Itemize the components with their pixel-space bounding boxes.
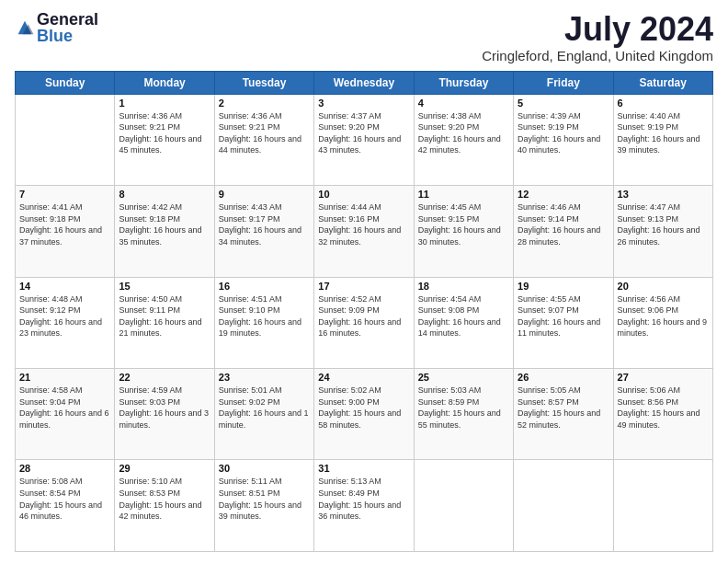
day-info: Sunrise: 4:39 AM Sunset: 9:19 PM Dayligh… <box>518 110 609 156</box>
table-row: 27Sunrise: 5:06 AM Sunset: 8:56 PM Dayli… <box>613 369 712 460</box>
table-row: 22Sunrise: 4:59 AM Sunset: 9:03 PM Dayli… <box>115 369 214 460</box>
day-info: Sunrise: 4:50 AM Sunset: 9:11 PM Dayligh… <box>119 293 210 339</box>
day-info: Sunrise: 4:56 AM Sunset: 9:06 PM Dayligh… <box>618 293 709 339</box>
col-wednesday: Wednesday <box>314 71 414 94</box>
col-thursday: Thursday <box>414 71 513 94</box>
day-info: Sunrise: 4:36 AM Sunset: 9:21 PM Dayligh… <box>219 110 310 156</box>
calendar-week-row: 7Sunrise: 4:41 AM Sunset: 9:18 PM Daylig… <box>16 186 713 277</box>
table-row: 3Sunrise: 4:37 AM Sunset: 9:20 PM Daylig… <box>314 94 414 185</box>
logo-text: General Blue <box>37 11 98 44</box>
day-number: 12 <box>518 189 609 200</box>
day-number: 24 <box>318 372 409 383</box>
table-row <box>514 460 613 552</box>
day-info: Sunrise: 4:42 AM Sunset: 9:18 PM Dayligh… <box>119 201 210 247</box>
table-row: 23Sunrise: 5:01 AM Sunset: 9:02 PM Dayli… <box>214 369 313 460</box>
day-number: 19 <box>518 281 609 292</box>
day-info: Sunrise: 5:02 AM Sunset: 9:00 PM Dayligh… <box>318 385 409 431</box>
logo-blue: Blue <box>37 28 98 44</box>
day-info: Sunrise: 5:08 AM Sunset: 8:54 PM Dayligh… <box>19 476 110 522</box>
table-row: 12Sunrise: 4:46 AM Sunset: 9:14 PM Dayli… <box>514 186 613 277</box>
day-number: 2 <box>219 98 310 109</box>
day-info: Sunrise: 4:36 AM Sunset: 9:21 PM Dayligh… <box>119 110 210 156</box>
table-row <box>613 460 712 552</box>
day-info: Sunrise: 5:03 AM Sunset: 8:59 PM Dayligh… <box>418 385 509 431</box>
table-row: 17Sunrise: 4:52 AM Sunset: 9:09 PM Dayli… <box>314 277 414 368</box>
day-number: 9 <box>219 189 310 200</box>
table-row: 31Sunrise: 5:13 AM Sunset: 8:49 PM Dayli… <box>314 460 414 552</box>
day-number: 3 <box>318 98 409 109</box>
day-number: 23 <box>219 372 310 383</box>
table-row: 16Sunrise: 4:51 AM Sunset: 9:10 PM Dayli… <box>214 277 313 368</box>
calendar-week-row: 14Sunrise: 4:48 AM Sunset: 9:12 PM Dayli… <box>16 277 713 368</box>
table-row: 5Sunrise: 4:39 AM Sunset: 9:19 PM Daylig… <box>514 94 613 185</box>
day-number: 4 <box>418 98 509 109</box>
day-number: 25 <box>418 372 509 383</box>
day-number: 17 <box>318 281 409 292</box>
table-row: 10Sunrise: 4:44 AM Sunset: 9:16 PM Dayli… <box>314 186 414 277</box>
header: General Blue July 2024 Cringleford, Engl… <box>15 11 713 63</box>
day-info: Sunrise: 5:01 AM Sunset: 9:02 PM Dayligh… <box>219 385 310 431</box>
table-row: 1Sunrise: 4:36 AM Sunset: 9:21 PM Daylig… <box>115 94 214 185</box>
table-row: 6Sunrise: 4:40 AM Sunset: 9:19 PM Daylig… <box>613 94 712 185</box>
day-number: 28 <box>19 463 110 474</box>
location: Cringleford, England, United Kingdom <box>482 48 713 63</box>
day-number: 15 <box>119 281 210 292</box>
calendar-week-row: 1Sunrise: 4:36 AM Sunset: 9:21 PM Daylig… <box>16 94 713 185</box>
day-info: Sunrise: 4:54 AM Sunset: 9:08 PM Dayligh… <box>418 293 509 339</box>
day-number: 14 <box>19 281 110 292</box>
month-title: July 2024 <box>482 11 713 48</box>
day-number: 20 <box>618 281 709 292</box>
day-number: 11 <box>418 189 509 200</box>
day-info: Sunrise: 5:13 AM Sunset: 8:49 PM Dayligh… <box>318 476 409 522</box>
page: General Blue July 2024 Cringleford, Engl… <box>0 0 728 563</box>
table-row: 29Sunrise: 5:10 AM Sunset: 8:53 PM Dayli… <box>115 460 214 552</box>
day-number: 1 <box>119 98 210 109</box>
table-row: 24Sunrise: 5:02 AM Sunset: 9:00 PM Dayli… <box>314 369 414 460</box>
day-number: 21 <box>19 372 110 383</box>
logo: General Blue <box>15 11 98 44</box>
calendar-header-row: Sunday Monday Tuesday Wednesday Thursday… <box>16 71 713 94</box>
calendar-table: Sunday Monday Tuesday Wednesday Thursday… <box>15 71 713 552</box>
day-number: 13 <box>618 189 709 200</box>
day-info: Sunrise: 4:46 AM Sunset: 9:14 PM Dayligh… <box>518 201 609 247</box>
day-info: Sunrise: 5:11 AM Sunset: 8:51 PM Dayligh… <box>219 476 310 522</box>
table-row: 26Sunrise: 5:05 AM Sunset: 8:57 PM Dayli… <box>514 369 613 460</box>
table-row: 14Sunrise: 4:48 AM Sunset: 9:12 PM Dayli… <box>16 277 115 368</box>
day-info: Sunrise: 4:59 AM Sunset: 9:03 PM Dayligh… <box>119 385 210 431</box>
col-friday: Friday <box>514 71 613 94</box>
day-info: Sunrise: 4:38 AM Sunset: 9:20 PM Dayligh… <box>418 110 509 156</box>
day-number: 5 <box>518 98 609 109</box>
day-info: Sunrise: 4:55 AM Sunset: 9:07 PM Dayligh… <box>518 293 609 339</box>
table-row: 20Sunrise: 4:56 AM Sunset: 9:06 PM Dayli… <box>613 277 712 368</box>
col-tuesday: Tuesday <box>214 71 313 94</box>
day-number: 10 <box>318 189 409 200</box>
day-info: Sunrise: 4:37 AM Sunset: 9:20 PM Dayligh… <box>318 110 409 156</box>
title-area: July 2024 Cringleford, England, United K… <box>482 11 713 63</box>
table-row <box>414 460 513 552</box>
day-info: Sunrise: 4:44 AM Sunset: 9:16 PM Dayligh… <box>318 201 409 247</box>
day-number: 8 <box>119 189 210 200</box>
table-row: 2Sunrise: 4:36 AM Sunset: 9:21 PM Daylig… <box>214 94 313 185</box>
day-info: Sunrise: 4:51 AM Sunset: 9:10 PM Dayligh… <box>219 293 310 339</box>
table-row: 13Sunrise: 4:47 AM Sunset: 9:13 PM Dayli… <box>613 186 712 277</box>
day-info: Sunrise: 5:05 AM Sunset: 8:57 PM Dayligh… <box>518 385 609 431</box>
table-row: 21Sunrise: 4:58 AM Sunset: 9:04 PM Dayli… <box>16 369 115 460</box>
day-number: 26 <box>518 372 609 383</box>
day-info: Sunrise: 4:52 AM Sunset: 9:09 PM Dayligh… <box>318 293 409 339</box>
day-number: 7 <box>19 189 110 200</box>
day-number: 29 <box>119 463 210 474</box>
logo-icon <box>15 17 35 38</box>
day-info: Sunrise: 4:45 AM Sunset: 9:15 PM Dayligh… <box>418 201 509 247</box>
day-number: 16 <box>219 281 310 292</box>
table-row: 11Sunrise: 4:45 AM Sunset: 9:15 PM Dayli… <box>414 186 513 277</box>
day-number: 31 <box>318 463 409 474</box>
day-number: 22 <box>119 372 210 383</box>
day-info: Sunrise: 4:58 AM Sunset: 9:04 PM Dayligh… <box>19 385 110 431</box>
table-row: 18Sunrise: 4:54 AM Sunset: 9:08 PM Dayli… <box>414 277 513 368</box>
table-row: 28Sunrise: 5:08 AM Sunset: 8:54 PM Dayli… <box>16 460 115 552</box>
table-row: 4Sunrise: 4:38 AM Sunset: 9:20 PM Daylig… <box>414 94 513 185</box>
table-row <box>16 94 115 185</box>
col-sunday: Sunday <box>16 71 115 94</box>
day-info: Sunrise: 4:41 AM Sunset: 9:18 PM Dayligh… <box>19 201 110 247</box>
col-saturday: Saturday <box>613 71 712 94</box>
